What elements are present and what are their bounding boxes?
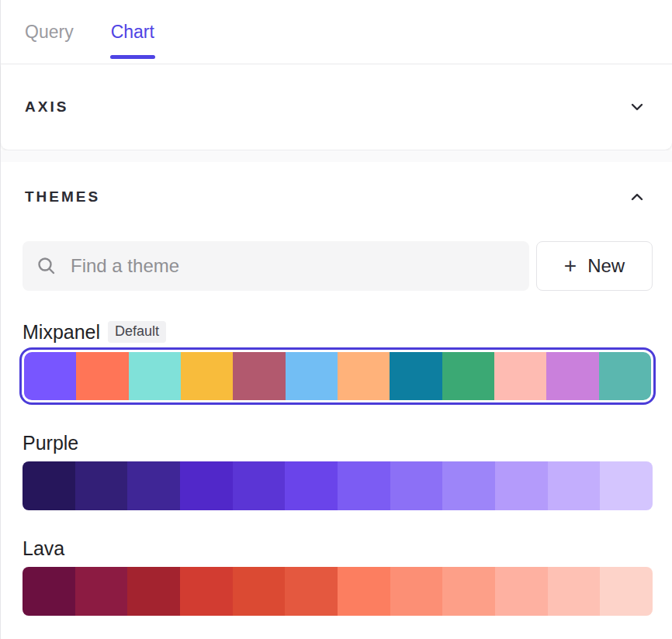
chevron-down-icon[interactable] <box>629 98 646 116</box>
color-swatch <box>390 567 443 616</box>
theme-item-purple: Purple <box>1 431 672 510</box>
themes-header: THEMES <box>25 188 646 206</box>
color-swatch <box>180 567 233 616</box>
tab-query-label: Query <box>25 22 74 43</box>
color-swatch <box>180 461 233 510</box>
plus-icon: + <box>564 255 577 277</box>
color-swatch <box>285 567 338 616</box>
color-swatch <box>233 352 285 400</box>
theme-palette-lava[interactable] <box>23 567 653 616</box>
color-swatch <box>442 567 495 616</box>
theme-name: Lava <box>23 537 64 560</box>
theme-list: MixpanelDefaultPurpleLavaMixtape <box>1 320 672 639</box>
color-swatch <box>599 352 651 400</box>
axis-section-title: AXIS <box>25 98 68 116</box>
color-swatch <box>75 461 128 510</box>
color-swatch <box>24 352 76 400</box>
color-swatch <box>338 567 390 616</box>
swatch-row <box>23 461 653 510</box>
axis-section: AXIS <box>1 64 672 150</box>
swatch-row <box>24 352 651 400</box>
search-row: + New <box>23 241 653 291</box>
color-swatch <box>442 352 494 400</box>
color-swatch <box>600 461 653 510</box>
chart-settings-panel: Query Chart AXIS THEMES <box>0 0 672 639</box>
themes-section: THEMES + New MixpanelDefaultPurpleLavaMi… <box>1 188 672 639</box>
tab-chart[interactable]: Chart <box>111 0 154 64</box>
swatch-row <box>23 567 653 616</box>
color-swatch <box>390 461 443 510</box>
theme-name-row: Purple <box>23 431 653 454</box>
color-swatch <box>442 461 495 510</box>
color-swatch <box>286 352 338 400</box>
color-swatch <box>285 461 338 510</box>
theme-item-lava: Lava <box>1 537 672 616</box>
search-icon <box>36 256 57 276</box>
color-swatch <box>494 352 546 400</box>
search-box[interactable] <box>23 241 529 291</box>
color-swatch <box>546 352 598 400</box>
theme-palette-purple[interactable] <box>23 461 653 510</box>
color-swatch <box>23 461 75 510</box>
color-swatch <box>338 461 390 510</box>
color-swatch <box>548 567 601 616</box>
theme-name: Purple <box>23 432 78 454</box>
new-theme-button-label: New <box>587 255 625 277</box>
tab-chart-label: Chart <box>111 22 154 43</box>
theme-name: Mixpanel <box>23 321 100 344</box>
default-badge: Default <box>108 321 166 343</box>
color-swatch <box>495 461 548 510</box>
color-swatch <box>495 567 548 616</box>
tab-query[interactable]: Query <box>25 0 74 64</box>
color-swatch <box>548 461 601 510</box>
color-swatch <box>390 352 442 400</box>
theme-item-mixpanel: MixpanelDefault <box>1 320 672 405</box>
color-swatch <box>233 461 286 510</box>
section-divider <box>1 150 672 162</box>
color-swatch <box>23 567 75 616</box>
color-swatch <box>127 567 180 616</box>
theme-name-row: MixpanelDefault <box>23 320 653 344</box>
color-swatch <box>127 461 180 510</box>
color-swatch <box>233 567 286 616</box>
tab-bar: Query Chart <box>1 0 672 64</box>
color-swatch <box>181 352 233 400</box>
color-swatch <box>129 352 181 400</box>
chevron-up-icon[interactable] <box>629 188 646 206</box>
color-swatch <box>76 352 128 400</box>
color-swatch <box>600 567 653 616</box>
search-input[interactable] <box>71 255 515 277</box>
theme-palette-mixpanel[interactable] <box>19 347 656 405</box>
color-swatch <box>75 567 128 616</box>
themes-section-title: THEMES <box>25 188 100 206</box>
new-theme-button[interactable]: + New <box>536 241 653 291</box>
color-swatch <box>338 352 390 400</box>
theme-name-row: Lava <box>23 537 653 560</box>
